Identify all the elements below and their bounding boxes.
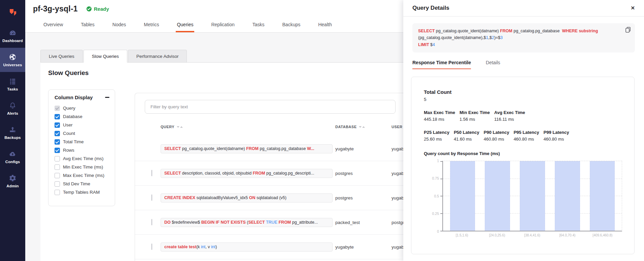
close-icon[interactable]: ✕ [631, 5, 635, 11]
column-option-count[interactable]: Count [55, 129, 109, 138]
tab-health[interactable]: Health [317, 22, 333, 32]
sidebar-item-alerts[interactable]: Alerts [0, 96, 25, 120]
tab-nodes[interactable]: Nodes [111, 22, 127, 32]
column-option-rows[interactable]: Rows [55, 146, 109, 154]
checkbox[interactable] [55, 139, 60, 145]
details-tabs: Response Time PercentileDetails [412, 60, 635, 69]
tab-queries[interactable]: Queries [176, 22, 194, 32]
check-circle-icon [87, 6, 92, 11]
sidebar-item-label: Universes [3, 63, 22, 67]
sidebar-item-label: Dashboard [2, 39, 23, 43]
histogram-bar[interactable] [555, 161, 580, 231]
row-checkbox[interactable] [151, 194, 152, 201]
tab-tables[interactable]: Tables [80, 22, 95, 32]
column-option-std-dev-time[interactable]: Std Dev Time [55, 180, 109, 188]
query-pill[interactable]: SELECT description, classoid, objoid, ob… [161, 169, 333, 178]
histogram-bar[interactable] [485, 161, 510, 231]
stat-value: 25.60 ms [424, 137, 449, 142]
subtab-performance-advisor[interactable]: Performance Advisor [128, 50, 187, 63]
checkbox[interactable] [55, 173, 60, 178]
checkbox-label: Total Time [63, 139, 84, 144]
stat-value: 460.80 ms [484, 137, 509, 142]
query-pill[interactable]: create table test(k int, v int) [161, 243, 333, 252]
stat-p90-latency: P90 Latency460.80 ms [484, 130, 509, 142]
checkbox-label: Avg Exec Time (ms) [63, 156, 104, 161]
column-option-min-exec-time-ms[interactable]: Min Exec Time (ms) [55, 163, 109, 171]
checkbox[interactable] [55, 122, 60, 128]
checkbox[interactable] [55, 190, 60, 195]
column-option-database[interactable]: Database [55, 112, 109, 121]
bar-slot [550, 161, 585, 231]
copy-icon[interactable] [625, 27, 631, 35]
details-tab-details[interactable]: Details [486, 60, 500, 69]
sidebar-item-universes[interactable]: Universes [0, 48, 25, 72]
column-option-total-time[interactable]: Total Time [55, 138, 109, 146]
sidebar-item-backups[interactable]: Backups [0, 120, 25, 145]
checkbox[interactable] [55, 131, 60, 136]
gear-icon [9, 174, 16, 182]
status-label: Ready [94, 6, 109, 12]
database-cell: yugabyte [335, 245, 392, 250]
sidebar-item-label: Alerts [7, 111, 18, 115]
column-option-temp-tables-ram[interactable]: Temp Tables RAM [55, 188, 109, 196]
column-display-title: Column Display [55, 95, 93, 100]
checkbox[interactable] [55, 148, 60, 153]
sort-asc-icon [362, 126, 365, 128]
query-pill[interactable]: DO $redefineview$ BEGIN IF NOT EXISTS (S… [161, 218, 333, 227]
checkbox[interactable] [55, 164, 60, 170]
histogram-bar[interactable] [590, 161, 615, 231]
column-header-query[interactable]: QUERY [161, 125, 333, 129]
database-cell: yugabyte [335, 146, 392, 151]
column-header-database[interactable]: DATABASE [335, 125, 392, 129]
collapse-icon[interactable] [105, 97, 109, 98]
query-pill[interactable]: SELECT pg_catalog.quote_ident(datname) F… [161, 144, 333, 153]
histogram-bar[interactable] [520, 161, 545, 231]
gauge-icon [9, 29, 16, 37]
sql-line: (pg_catalog.quote_ident(datname),$1,$2)=… [418, 34, 619, 41]
tab-tasks[interactable]: Tasks [251, 22, 266, 32]
column-option-max-exec-time-ms[interactable]: Max Exec Time (ms) [55, 171, 109, 180]
row-checkbox[interactable] [151, 219, 152, 225]
yugabyte-logo[interactable] [0, 0, 25, 24]
query-pill[interactable]: CREATE INDEX sqldataloadByValuev5_idx5 O… [161, 193, 333, 202]
column-option-user[interactable]: User [55, 121, 109, 129]
sort-desc-icon [177, 126, 179, 128]
column-option-avg-exec-time-ms[interactable]: Avg Exec Time (ms) [55, 154, 109, 163]
row-checkbox[interactable] [151, 170, 152, 176]
y-tick-mark [440, 161, 443, 162]
tab-metrics[interactable]: Metrics [143, 22, 160, 32]
histogram-bar[interactable] [450, 161, 475, 231]
total-count-value: 5 [424, 97, 624, 102]
checkbox-label: User [63, 122, 73, 127]
checkbox-label: Min Exec Time (ms) [63, 164, 103, 170]
checkbox[interactable] [55, 156, 60, 161]
subtab-slow-queries[interactable]: Slow Queries [83, 50, 127, 63]
tab-replication[interactable]: Replication [210, 22, 235, 32]
response-time-chart: 00.250.50.751 [1.5,1.6)[24.0,25.6)[38.4,… [424, 161, 624, 237]
sidebar-item-configs[interactable]: Configs [0, 145, 25, 169]
stat-p50-latency: P50 Latency41.60 ms [454, 130, 479, 142]
x-tick-label: [409.6,460.8) [585, 233, 620, 237]
stat-value: 1.56 ms [460, 117, 490, 122]
stat-max-exec-time: Max Exec Time445.18 ms [424, 110, 455, 122]
backup-icon [9, 126, 16, 134]
sidebar-item-admin[interactable]: Admin [0, 169, 25, 193]
column-option-query[interactable]: Query [55, 104, 109, 112]
tab-overview[interactable]: Overview [42, 22, 64, 32]
details-tab-response-time-percentile[interactable]: Response Time Percentile [412, 60, 471, 69]
sidebar-item-tasks[interactable]: Tasks [0, 72, 25, 96]
sql-statement-box: SELECT pg_catalog.quote_ident(datname) F… [412, 23, 635, 52]
column-display-options: QueryDatabaseUserCountTotal TimeRowsAvg … [55, 104, 109, 196]
chart-y-axis-labels: 00.250.50.751 [424, 161, 442, 231]
stat-label: P95 Latency [514, 130, 539, 135]
sidebar-item-label: Tasks [7, 87, 18, 91]
query-filter-input[interactable] [145, 100, 396, 114]
exec-stats: Max Exec Time445.18 msMin Exec Time1.56 … [424, 110, 624, 122]
subtab-live-queries[interactable]: Live Queries [40, 50, 83, 63]
checkbox[interactable] [55, 181, 60, 187]
stat-p95-latency: P95 Latency460.80 ms [514, 130, 539, 142]
row-checkbox[interactable] [151, 244, 152, 250]
checkbox[interactable] [55, 114, 60, 119]
sidebar-item-dashboard[interactable]: Dashboard [0, 24, 25, 48]
tab-backups[interactable]: Backups [281, 22, 302, 32]
